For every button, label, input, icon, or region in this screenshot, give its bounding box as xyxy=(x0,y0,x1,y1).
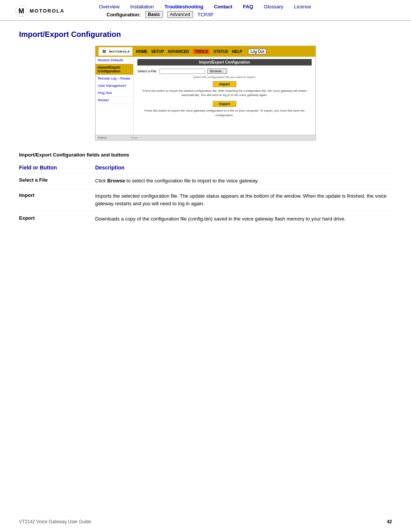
nav-row1: Overview Installation Troubleshooting Co… xyxy=(76,4,396,10)
dev-nav-setup[interactable]: SETUP xyxy=(151,50,164,54)
page-title: Import/Export Configuration xyxy=(19,30,392,39)
dev-logout-button[interactable]: Log Out xyxy=(248,49,266,54)
field-name-import: Import xyxy=(19,189,95,211)
dev-motorola-m-icon: M xyxy=(101,48,108,55)
footer: VT2142 Voice Gateway User Guide 42 xyxy=(19,519,392,524)
dev-sidebar-restore[interactable]: Restore Defaults xyxy=(96,57,133,64)
config-basic[interactable]: Basic xyxy=(145,11,163,18)
col-field-header: Field or Button xyxy=(19,163,95,173)
field-name-select: Select a File xyxy=(19,173,95,189)
dev-logo-text: MOTOROLA xyxy=(109,50,130,53)
config-advanced[interactable]: Advanced xyxy=(167,11,193,18)
dev-sidebar-import-export[interactable]: Import/Export Configuration xyxy=(96,64,133,75)
dev-export-button[interactable]: Export xyxy=(213,101,237,107)
dev-sidebar-ping[interactable]: Ping Test xyxy=(96,89,133,97)
dev-main-title: Import/Export Configuration xyxy=(137,59,312,66)
dev-import-button[interactable]: Import xyxy=(213,81,236,87)
device-screenshot: M MOTOROLA HOME SETUP ADVANCED TOOLS STA… xyxy=(95,46,316,141)
footer-page: 42 xyxy=(387,519,392,524)
dev-sidebar-remote-log[interactable]: Remote Log – Router xyxy=(96,75,133,82)
table-row: Export Downloads a copy of the configura… xyxy=(19,211,392,227)
dev-export-desc: Press this button to export the voice ga… xyxy=(137,109,312,117)
dev-status-value: None xyxy=(131,136,138,139)
nav-row2: Configuration: Basic Advanced TCP/IP xyxy=(76,11,396,18)
nav-glossary[interactable]: Glossary xyxy=(264,4,283,10)
dev-file-row: Select a File: Browse... xyxy=(137,69,312,74)
field-desc-import: Imports the selected configuration file.… xyxy=(95,189,392,211)
dev-status-bar: Status: None xyxy=(96,135,315,140)
field-name-export: Export xyxy=(19,211,95,227)
dev-file-input[interactable] xyxy=(159,69,205,74)
dev-hint: Select the configuration file you want t… xyxy=(137,75,312,79)
motorola-logo: M MOTOROLA xyxy=(15,5,65,17)
svg-text:M: M xyxy=(19,7,24,15)
fields-table: Field or Button Description Select a Fil… xyxy=(19,163,392,227)
dev-nav-links: HOME SETUP ADVANCED TOOLS STATUS HELP Lo… xyxy=(136,49,312,54)
svg-text:M: M xyxy=(103,50,106,54)
motorola-m-icon: M xyxy=(15,5,27,17)
dev-sidebar-restart[interactable]: Restart xyxy=(96,97,133,104)
table-row: Select a File Click Browse to select the… xyxy=(19,173,392,189)
field-desc-export: Downloads a copy of the configuration fi… xyxy=(95,211,392,227)
top-nav: M MOTOROLA Overview Installation Trouble… xyxy=(0,0,411,21)
dev-nav-tools[interactable]: TOOLS xyxy=(193,49,210,54)
page-content: Import/Export Configuration M MOTOROLA H… xyxy=(0,21,411,242)
section-heading: Import/Export Configuration fields and b… xyxy=(19,152,392,158)
table-row: Import Imports the selected configuratio… xyxy=(19,189,392,211)
dev-main: Import/Export Configuration Select a Fil… xyxy=(134,57,315,135)
dev-nav-status[interactable]: STATUS xyxy=(213,50,228,54)
dev-logo: M MOTOROLA xyxy=(99,47,132,56)
dev-browse-button[interactable]: Browse... xyxy=(207,69,227,74)
logo-area: M MOTOROLA xyxy=(15,5,76,17)
dev-import-desc: Press this button to import the seleted … xyxy=(137,89,312,97)
nav-troubleshooting[interactable]: Troubleshooting xyxy=(164,4,203,10)
dev-nav-home[interactable]: HOME xyxy=(136,50,148,54)
nav-faq[interactable]: FAQ xyxy=(243,4,253,10)
nav-overview[interactable]: Overview xyxy=(99,4,119,10)
nav-license[interactable]: License xyxy=(294,4,311,10)
dev-sidebar-user-mgmt[interactable]: User Management xyxy=(96,82,133,89)
nav-contact[interactable]: Contact xyxy=(214,4,232,10)
footer-left: VT2142 Voice Gateway User Guide xyxy=(19,519,91,524)
dev-sidebar: Restore Defaults Import/Export Configura… xyxy=(96,57,134,135)
col-desc-header: Description xyxy=(95,163,392,173)
dev-nav-help[interactable]: HELP xyxy=(232,50,242,54)
config-tcpip[interactable]: TCP/IP xyxy=(198,12,213,18)
config-label: Configuration: xyxy=(107,12,141,18)
dev-nav-advanced[interactable]: ADVANCED xyxy=(168,50,189,54)
dev-body: Restore Defaults Import/Export Configura… xyxy=(96,57,315,135)
dev-topbar: M MOTOROLA HOME SETUP ADVANCED TOOLS STA… xyxy=(96,46,315,57)
field-desc-select: Click Browse to select the configuration… xyxy=(95,173,392,189)
dev-status-label: Status: xyxy=(98,136,107,139)
nav-installation[interactable]: Installation xyxy=(130,4,154,10)
dev-select-file-label: Select a File: xyxy=(137,69,157,73)
nav-links: Overview Installation Troubleshooting Co… xyxy=(76,4,396,18)
logo-text: MOTOROLA xyxy=(30,8,65,14)
